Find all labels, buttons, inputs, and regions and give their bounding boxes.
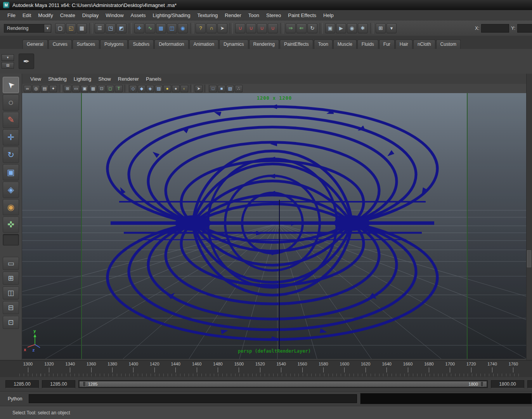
command-input[interactable] — [29, 394, 357, 403]
entry-dropdown-icon[interactable]: ▾ — [386, 23, 397, 33]
film-gate-icon[interactable]: ▭ — [72, 85, 80, 92]
camera-attributes-icon[interactable]: ◎ — [32, 85, 40, 92]
xray-active-icon[interactable]: ■ — [218, 85, 225, 92]
checker-icon[interactable]: ▨ — [155, 85, 163, 92]
command-language-label[interactable]: Python — [8, 396, 26, 402]
textured-icon[interactable]: ◈ — [146, 85, 154, 92]
safe-action-icon[interactable]: ◻ — [106, 85, 114, 92]
playback-start-field[interactable]: 1285.00 — [5, 380, 39, 388]
panel-menu-renderer[interactable]: Renderer — [114, 76, 142, 82]
shelf-tab-polygons[interactable]: Polygons — [100, 40, 128, 49]
last-tool-slot[interactable] — [3, 234, 19, 246]
chevron-down-icon[interactable]: ▼ — [44, 24, 51, 33]
magnet-surface-icon[interactable]: ∪ — [268, 23, 278, 33]
menu-window[interactable]: Window — [102, 12, 127, 18]
input-connections-icon[interactable]: ⇒ — [286, 23, 296, 33]
shelf-tab-curves[interactable]: Curves — [49, 40, 72, 49]
menu-assets[interactable]: Assets — [127, 12, 149, 18]
shelf-tab-dynamics[interactable]: Dynamics — [219, 40, 248, 49]
panel-menu-view[interactable]: View — [27, 76, 45, 82]
shelf-tab-surfaces[interactable]: Surfaces — [73, 40, 99, 49]
menu-paint-effects[interactable]: Paint Effects — [284, 12, 320, 18]
menu-set-value[interactable]: Rendering — [4, 24, 44, 33]
all-lights-icon[interactable]: ● — [172, 85, 180, 92]
gate-mask-icon[interactable]: ▩ — [89, 85, 97, 92]
panel-menu-lighting[interactable]: Lighting — [70, 76, 95, 82]
select-object-icon[interactable]: ◳ — [106, 23, 116, 33]
panel-menu-panels[interactable]: Panels — [142, 76, 165, 82]
xray-icon[interactable]: □ — [209, 85, 217, 92]
select-tool[interactable]: ➤ — [3, 77, 19, 93]
shelf-tab-painteffects[interactable]: PaintEffects — [280, 40, 313, 49]
range-slider-left-handle[interactable] — [83, 381, 86, 387]
viewport-right-scrollbar[interactable] — [526, 74, 532, 360]
snap-to-curves-icon[interactable]: ∿ — [145, 23, 155, 33]
menu-create[interactable]: Create — [57, 12, 79, 18]
menu-modify[interactable]: Modify — [35, 12, 56, 18]
shelf-tab-general[interactable]: General — [23, 40, 48, 49]
help-icon[interactable]: ? — [196, 23, 206, 33]
shelf-tab-subdivs[interactable]: Subdivs — [128, 40, 154, 49]
x-coordinate-input[interactable] — [481, 24, 509, 33]
new-scene-icon[interactable]: ▢ — [55, 23, 65, 33]
shelf-tab-animation[interactable]: Animation — [189, 40, 218, 49]
menu-render[interactable]: Render — [221, 12, 245, 18]
menu-file[interactable]: File — [4, 12, 19, 18]
perspective-viewport[interactable]: 1200 x 1200persp (defaultRenderLayer)yxz — [22, 93, 527, 359]
layout-single-pane-button[interactable]: ▭ — [3, 257, 19, 270]
animation-end-field[interactable]: 1800.00 — [491, 380, 524, 388]
render-view-icon[interactable]: ▣ — [325, 23, 335, 33]
playback-end-field[interactable]: 1800.00 — [527, 380, 532, 388]
shelf-tab-rendering[interactable]: Rendering — [249, 40, 279, 49]
viewport-canvas[interactable]: 1200 x 1200persp (defaultRenderLayer)yxz — [22, 93, 527, 359]
construction-history-icon[interactable]: ↻ — [307, 23, 317, 33]
shelf-tab-hair[interactable]: Hair — [395, 40, 412, 49]
shelf-tab-deformation[interactable]: Deformation — [154, 40, 188, 49]
shelf-tab-muscle[interactable]: Muscle — [333, 40, 357, 49]
menu-edit[interactable]: Edit — [19, 12, 35, 18]
output-connections-icon[interactable]: ⇐ — [296, 23, 307, 33]
open-scene-icon[interactable]: ◱ — [66, 23, 76, 33]
snap-to-view-planes-icon[interactable]: ◫ — [167, 23, 177, 33]
select-component-icon[interactable]: ◩ — [116, 23, 127, 33]
default-lighting-icon[interactable]: ● — [163, 85, 171, 92]
grid-toggle-icon[interactable]: ⊞ — [64, 85, 71, 92]
shelf-tab-fur[interactable]: Fur — [379, 40, 395, 49]
select-camera-icon[interactable]: ∞ — [24, 85, 31, 92]
smooth-shade-icon[interactable]: ◆ — [138, 85, 146, 92]
select-context-icon[interactable]: ➤ — [217, 23, 227, 33]
resolution-gate-icon[interactable]: ▣ — [81, 85, 88, 92]
move-tool[interactable]: ✛ — [3, 129, 19, 145]
select-hierarchy-icon[interactable]: ☰ — [95, 23, 105, 33]
bookmarks-icon[interactable]: ▤ — [41, 85, 49, 92]
magnet-point-icon[interactable]: ∪ — [257, 23, 267, 33]
render-current-frame-icon[interactable]: ▶ — [336, 23, 346, 33]
safe-title-icon[interactable]: T — [115, 85, 123, 92]
exposure-icon[interactable]: ▧ — [226, 85, 234, 92]
shelf-tab-switch-icon[interactable]: ▾ — [2, 54, 14, 61]
scale-tool[interactable]: ▣ — [3, 164, 19, 180]
y-coordinate-input[interactable] — [517, 24, 532, 33]
animation-start-field[interactable]: 1285.00 — [42, 380, 75, 388]
layout-hypergraph-button[interactable]: ⊡ — [3, 316, 19, 329]
soft-modification-tool[interactable]: ◉ — [3, 199, 19, 215]
save-scene-icon[interactable]: ▦ — [77, 23, 87, 33]
paint-select-tool[interactable]: ✎ — [3, 112, 19, 128]
image-plane-icon[interactable]: ✦ — [49, 85, 57, 92]
shelf-item-brush-icon[interactable]: ✒ — [19, 54, 34, 69]
isolate-select-icon[interactable]: ➤ — [195, 85, 203, 92]
layout-persp-panels-button[interactable]: ⊟ — [3, 301, 19, 314]
render-settings-icon[interactable]: ✱ — [358, 23, 368, 33]
panel-menu-show[interactable]: Show — [95, 76, 114, 82]
menu-set-selector[interactable]: Rendering ▼ — [4, 24, 51, 33]
show-manipulator-tool[interactable]: ✜ — [3, 216, 19, 233]
snap-to-grids-icon[interactable]: ✚ — [134, 23, 144, 33]
ipr-render-icon[interactable]: ◉ — [347, 23, 357, 33]
lock-icon[interactable]: ∩ — [206, 23, 217, 33]
shelf-tab-ncloth[interactable]: nCloth — [413, 40, 435, 49]
wireframe-icon[interactable]: ◇ — [129, 85, 137, 92]
shelf-menu-icon[interactable]: ▤ — [2, 62, 14, 69]
menu-lighting-shading[interactable]: Lighting/Shading — [149, 12, 194, 18]
entry-mode-icon[interactable]: ⊞ — [376, 23, 386, 33]
range-slider[interactable]: 1285 1800 — [78, 380, 488, 388]
